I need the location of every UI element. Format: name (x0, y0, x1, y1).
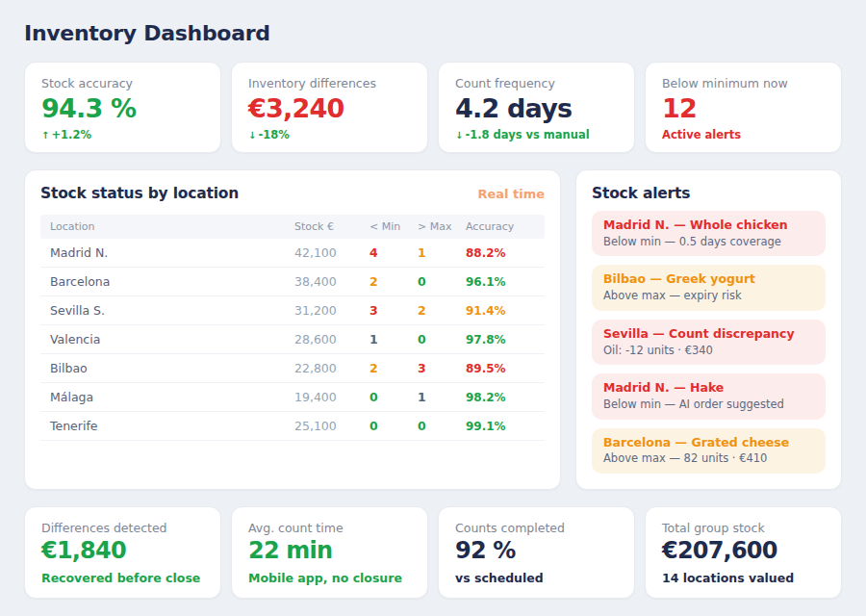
kpi-card-stock-accuracy: Stock accuracy 94.3 % ↑+1.2% (24, 62, 221, 153)
cell-below-min: 1 (369, 332, 418, 346)
kpi-card-differences-detected: Differences detected €1,840 Recovered be… (24, 506, 221, 599)
alert-item[interactable]: Bilbao — Greek yogurt Above max — expiry… (592, 265, 826, 310)
trend-down-icon: ↓ (248, 130, 256, 141)
alert-item[interactable]: Madrid N. — Hake Below min — AI order su… (592, 373, 826, 419)
realtime-badge[interactable]: Real time (477, 187, 545, 201)
kpi-value: €1,840 (41, 538, 204, 565)
table-header-accuracy: Accuracy (466, 220, 535, 233)
bottom-kpi-row: Differences detected €1,840 Recovered be… (24, 506, 842, 599)
kpi-subtitle: vs scheduled (455, 571, 618, 585)
kpi-label: Stock accuracy (41, 76, 204, 90)
inventory-dashboard-page: Inventory Dashboard Stock accuracy 94.3 … (0, 0, 866, 616)
kpi-value: €3,240 (248, 93, 411, 123)
kpi-value: 4.2 days (455, 93, 618, 123)
kpi-subtitle: Mobile app, no closure (248, 571, 411, 585)
cell-accuracy: 99.1% (466, 420, 535, 433)
kpi-value: 22 min (248, 538, 411, 565)
cell-location: Málaga (50, 390, 294, 404)
stock-alerts-title: Stock alerts (592, 185, 826, 202)
cell-above-max: 3 (418, 361, 466, 375)
table-header-row: Location Stock € < Min > Max Accuracy (40, 215, 545, 239)
stock-status-card: Stock status by location Real time Locat… (24, 169, 561, 490)
cell-above-max: 0 (418, 419, 466, 433)
cell-below-min: 0 (369, 419, 418, 433)
kpi-card-inventory-differences: Inventory differences €3,240 ↓-18% (231, 62, 428, 153)
table-row[interactable]: Barcelona 38,400 2 0 96.1% (40, 268, 545, 296)
cell-below-min: 4 (369, 245, 418, 260)
cell-accuracy: 98.2% (466, 391, 535, 404)
cell-stock: 42,100 (294, 245, 369, 260)
kpi-label: Below minimum now (662, 76, 825, 90)
alert-item[interactable]: Madrid N. — Whole chicken Below min — 0.… (592, 211, 826, 256)
alert-subtitle: Above max — 82 units · €410 (603, 451, 814, 467)
table-row[interactable]: Valencia 28,600 1 0 97.8% (40, 325, 545, 354)
middle-row: Stock status by location Real time Locat… (24, 169, 842, 490)
cell-below-min: 0 (369, 390, 418, 404)
table-row[interactable]: Bilbao 22,800 2 3 89.5% (40, 354, 545, 383)
cell-stock: 22,800 (294, 361, 369, 375)
cell-above-max: 2 (418, 303, 466, 318)
cell-accuracy: 89.5% (466, 362, 535, 375)
cell-location: Sevilla S. (50, 303, 294, 318)
kpi-label: Differences detected (41, 521, 204, 535)
kpi-subtitle: 14 locations valued (662, 571, 825, 585)
alert-subtitle: Oil: -12 units · €340 (603, 344, 814, 359)
alert-title: Bilbao — Greek yogurt (603, 271, 814, 288)
alert-title: Sevilla — Count discrepancy (603, 326, 814, 343)
kpi-delta-text: -1.8 days vs manual (465, 128, 589, 141)
kpi-delta: ↑+1.2% (41, 128, 204, 141)
kpi-card-below-minimum: Below minimum now 12 Active alerts (645, 62, 842, 153)
kpi-card-avg-count-time: Avg. count time 22 min Mobile app, no cl… (231, 506, 428, 599)
kpi-delta-text: -18% (258, 128, 289, 141)
alert-item[interactable]: Barcelona — Grated cheese Above max — 82… (592, 428, 826, 474)
table-row[interactable]: Tenerife 25,100 0 0 99.1% (40, 412, 545, 441)
alert-subtitle: Above max — expiry risk (603, 289, 814, 304)
stock-status-title: Stock status by location (40, 185, 239, 202)
cell-accuracy: 88.2% (466, 246, 535, 260)
top-kpi-row: Stock accuracy 94.3 % ↑+1.2% Inventory d… (24, 62, 842, 153)
kpi-value: €207,600 (662, 538, 825, 565)
table-row[interactable]: Madrid N. 42,100 4 1 88.2% (40, 239, 545, 268)
stock-status-header: Stock status by location Real time (40, 185, 545, 202)
cell-location: Madrid N. (50, 245, 294, 260)
kpi-label: Inventory differences (248, 76, 411, 90)
alert-subtitle: Below min — 0.5 days coverage (603, 235, 814, 250)
kpi-label: Total group stock (662, 521, 825, 535)
cell-stock: 31,200 (294, 303, 369, 318)
kpi-delta-text: +1.2% (51, 128, 91, 141)
kpi-value: 92 % (455, 538, 618, 565)
cell-stock: 28,600 (294, 332, 369, 346)
table-row[interactable]: Sevilla S. 31,200 3 2 91.4% (40, 296, 545, 325)
cell-below-min: 3 (369, 303, 418, 318)
stock-alerts-card: Stock alerts Madrid N. — Whole chicken B… (575, 169, 842, 490)
page-title: Inventory Dashboard (24, 21, 842, 45)
table-header-location: Location (50, 220, 294, 233)
kpi-delta: ↓-1.8 days vs manual (455, 128, 618, 141)
alert-title: Madrid N. — Hake (603, 380, 814, 397)
kpi-label: Count frequency (455, 76, 618, 90)
cell-stock: 19,400 (294, 390, 369, 404)
alert-subtitle: Below min — AI order suggested (603, 398, 814, 413)
kpi-value: 12 (662, 93, 825, 123)
table-header-max: > Max (418, 220, 466, 233)
cell-above-max: 0 (418, 274, 466, 289)
cell-below-min: 2 (369, 274, 418, 289)
kpi-subtitle: Recovered before close (41, 571, 204, 585)
kpi-delta: ↓-18% (248, 128, 411, 141)
cell-location: Barcelona (50, 274, 294, 289)
alert-item[interactable]: Sevilla — Count discrepancy Oil: -12 uni… (592, 320, 826, 365)
trend-up-icon: ↑ (41, 130, 49, 141)
alert-title: Barcelona — Grated cheese (603, 435, 814, 451)
kpi-label: Counts completed (455, 521, 618, 535)
cell-above-max: 1 (418, 390, 466, 404)
cell-location: Bilbao (50, 361, 294, 375)
kpi-delta: Active alerts (662, 128, 825, 141)
cell-above-max: 0 (418, 332, 466, 346)
cell-location: Valencia (50, 332, 294, 346)
alert-title: Madrid N. — Whole chicken (603, 218, 814, 234)
cell-accuracy: 97.8% (466, 333, 535, 346)
cell-below-min: 2 (369, 361, 418, 375)
cell-stock: 38,400 (294, 274, 369, 289)
table-row[interactable]: Málaga 19,400 0 1 98.2% (40, 383, 545, 412)
kpi-value: 94.3 % (41, 93, 204, 123)
